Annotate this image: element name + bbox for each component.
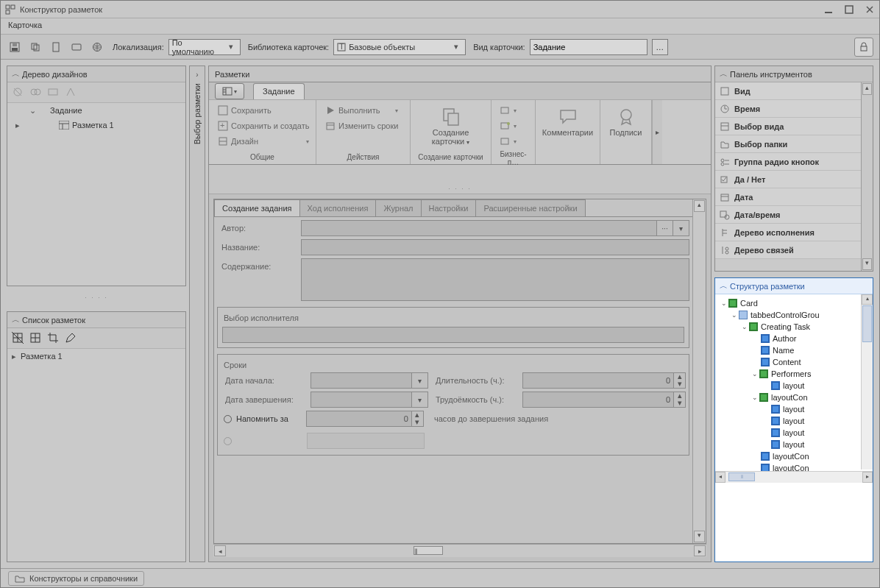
structure-hscroll[interactable]: ◂ ⦀ ▸ <box>715 471 873 483</box>
scroll-left-icon[interactable]: ◂ <box>214 545 226 556</box>
struct-node-author[interactable]: Author <box>717 333 859 344</box>
scroll-down-icon[interactable]: ▾ <box>694 531 705 542</box>
layout-select-collapsed-panel[interactable]: › Выбор разметки <box>189 65 205 562</box>
card-kind-browse-button[interactable]: … <box>652 39 668 55</box>
card-kind-field[interactable] <box>530 39 647 55</box>
scroll-up-icon[interactable]: ▴ <box>862 294 873 305</box>
tree-row-child[interactable]: ▸ Разметка 1 <box>7 118 185 132</box>
signatures-button[interactable]: Подписи <box>604 103 648 140</box>
form-horizontal-scrollbar[interactable]: ◂ ⦀ ▸ <box>213 544 706 557</box>
lock-button[interactable] <box>854 38 873 57</box>
struct-node-performers[interactable]: ⌄Performers <box>717 368 859 380</box>
radio-button[interactable] <box>224 415 232 423</box>
start-date-input[interactable]: ▾ <box>311 372 428 389</box>
struct-node-layout-c[interactable]: layout <box>717 427 859 439</box>
execute-button[interactable]: Выполнить▾ <box>322 103 401 118</box>
spin-buttons[interactable]: ▴▾ <box>673 373 685 388</box>
name-input[interactable] <box>301 239 689 255</box>
splitter-dots[interactable]: · · · · <box>7 294 186 304</box>
biz-btn-2[interactable]: ▾ <box>497 118 519 133</box>
close-icon[interactable] <box>865 4 875 15</box>
remind-input-2[interactable] <box>307 433 425 449</box>
upper-grip-bar[interactable]: · · · · <box>209 165 711 194</box>
scroll-thumb[interactable] <box>862 305 872 342</box>
struct-node-layoutcon-2[interactable]: layoutCon <box>717 450 859 462</box>
tab-settings[interactable]: Настройки <box>421 199 477 216</box>
radio-button[interactable] <box>224 437 232 445</box>
design-tree-header[interactable]: ︿ Дерево дизайнов <box>7 66 185 82</box>
scroll-down-icon[interactable]: ▾ <box>862 258 872 270</box>
biz-btn-3[interactable]: ▾ <box>497 134 519 149</box>
tool-item-links-tree[interactable]: Дерево связей <box>715 241 861 259</box>
struct-node-name[interactable]: Name <box>717 344 859 356</box>
performer-input[interactable] <box>222 327 684 343</box>
content-input[interactable] <box>301 258 689 301</box>
scroll-left-icon[interactable]: ◂ <box>715 472 725 483</box>
maximize-icon[interactable] <box>844 4 854 15</box>
footer-tab-constructors[interactable]: Конструкторы и справочники <box>8 571 144 586</box>
tab-progress[interactable]: Ход исполнения <box>299 199 377 216</box>
document-icon[interactable] <box>48 39 64 55</box>
save-and-create-button[interactable]: +Сохранить и создать <box>215 118 312 133</box>
change-dates-button[interactable]: Изменить сроки <box>322 118 401 133</box>
struct-node-creating-task[interactable]: ⌄Creating Task <box>717 321 859 333</box>
struct-node-layout[interactable]: layout <box>717 380 859 392</box>
calendar-dropdown[interactable]: ▾ <box>411 373 427 388</box>
struct-node-layout-a[interactable]: layout <box>717 403 859 415</box>
tab-journal[interactable]: Журнал <box>375 199 421 216</box>
dropdown-button[interactable]: ▾ <box>673 221 689 235</box>
struct-node-content[interactable]: Content <box>717 356 859 368</box>
tool-item-radio-group[interactable]: Группа радио кнопок <box>715 153 861 171</box>
struct-node-layout-d[interactable]: layout <box>717 439 859 450</box>
ellipsis-button[interactable]: ··· <box>656 221 673 235</box>
end-date-input[interactable]: ▾ <box>311 392 428 408</box>
ribbon-scroll-right[interactable]: ▸ <box>652 100 662 164</box>
design-button[interactable]: Дизайн▾ <box>215 134 312 149</box>
struct-node-layoutcon-1[interactable]: ⌄layoutCon <box>717 392 859 403</box>
tool-icon-2[interactable] <box>29 86 43 99</box>
toolbox-scrollbar[interactable]: ▴ ▾ <box>861 82 873 271</box>
globe-icon[interactable] <box>89 39 105 55</box>
library-combo[interactable]: T Базовые объекты ▾ <box>333 39 466 55</box>
tool-icon-4[interactable] <box>65 86 78 99</box>
layout-list-header[interactable]: ︿ Список разметок <box>7 312 185 328</box>
tab-create-task[interactable]: Создание задания <box>214 199 300 216</box>
scroll-thumb[interactable]: ⦀ <box>414 546 443 555</box>
struct-node-tcg[interactable]: ⌄tabbedControlGrou <box>717 309 859 321</box>
crop-icon[interactable] <box>47 332 60 345</box>
menu-card[interactable]: Карточка <box>8 21 42 29</box>
calendar-dropdown[interactable]: ▾ <box>411 392 427 407</box>
expand-icon[interactable]: ⌄ <box>720 300 728 307</box>
quick-access-toolbar[interactable]: ▾ <box>215 83 244 99</box>
tool-item-datetime[interactable]: Дата/время <box>715 206 861 224</box>
card-icon[interactable] <box>68 39 85 55</box>
tool-icon-1[interactable] <box>12 86 25 99</box>
tab-advanced-settings[interactable]: Расширенные настройки <box>475 199 585 216</box>
create-card-button[interactable]: Создание карточки ▾ <box>416 103 485 150</box>
minimize-icon[interactable] <box>823 4 834 15</box>
save-icon[interactable] <box>7 39 23 55</box>
tool-icon-3[interactable] <box>47 86 60 99</box>
list-item[interactable]: ▸ Разметка 1 <box>7 349 185 364</box>
spin-buttons[interactable]: ▴▾ <box>673 392 685 407</box>
tool-item-folder-select[interactable]: Выбор папки <box>715 135 861 153</box>
save-button[interactable]: Сохранить <box>215 103 312 118</box>
structure-header[interactable]: ︿ Структура разметки <box>715 278 873 294</box>
copy-icon[interactable] <box>27 39 43 55</box>
scroll-up-icon[interactable]: ▴ <box>694 200 705 212</box>
pencil-icon[interactable] <box>65 332 78 345</box>
expand-icon[interactable]: ⌄ <box>751 370 759 378</box>
spin-buttons[interactable]: ▴▾ <box>411 411 423 426</box>
biz-btn-1[interactable]: ▾ <box>497 103 519 118</box>
expand-icon[interactable]: ⌄ <box>25 106 40 116</box>
grid-icon-1[interactable] <box>12 332 25 345</box>
tool-item-view-select[interactable]: Выбор вида <box>715 118 861 135</box>
tool-item-view[interactable]: Вид <box>715 82 861 100</box>
grid-icon-2[interactable] <box>29 332 43 345</box>
ribbon-tab-task[interactable]: Задание <box>253 83 305 99</box>
localization-combo[interactable]: По умолчанию ▾ <box>168 39 241 55</box>
scroll-up-icon[interactable]: ▴ <box>862 83 872 95</box>
tree-row-root[interactable]: ⌄ Задание <box>7 103 185 118</box>
tool-item-time[interactable]: Время <box>715 100 861 118</box>
struct-node-card[interactable]: ⌄Card <box>717 297 859 309</box>
